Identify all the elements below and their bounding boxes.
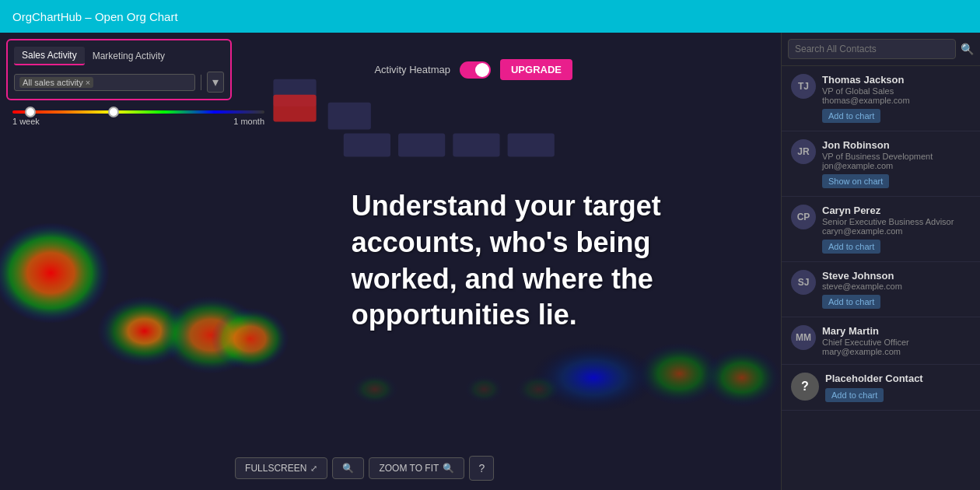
svg-point-12 [636,343,722,405]
zoom-to-fit-button[interactable]: ZOOM TO FIT 🔍 [369,457,464,479]
fullscreen-icon: ⤢ [310,464,317,474]
show-on-chart-button[interactable]: Show on chart [822,174,889,188]
filter-divider [201,75,201,90]
add-to-chart-button[interactable]: Add to chart [825,388,884,402]
list-item: ? Placeholder Contact Add to chart [782,365,980,411]
contact-email: thomas@example.com [822,96,971,105]
svg-rect-4 [453,134,499,157]
svg-point-9 [160,296,262,374]
avatar: CP [791,205,816,229]
add-to-chart-button[interactable]: Add to chart [822,240,880,254]
fullscreen-button[interactable]: FULLSCREEN ⤢ [235,457,327,479]
help-icon: ? [478,462,485,474]
list-item: MM Mary Martin Chief Executive Officer m… [782,317,980,365]
search-bar: 🔍 [782,33,980,66]
zoom-icon-btn[interactable]: 🔍 [332,457,364,479]
zoom-to-fit-label: ZOOM TO FIT [379,463,439,474]
filter-dropdown-btn[interactable]: ▾ [207,72,224,93]
contact-email: jon@example.com [822,161,971,170]
chart-area: Sales Activity Marketing Activity All sa… [0,33,781,490]
search-input[interactable] [788,39,956,59]
svg-point-10 [211,308,289,370]
right-controls: Activity Heatmap UPGRADE [374,59,572,80]
svg-point-13 [703,348,781,408]
svg-point-11 [531,343,656,413]
contact-name: Jon Robinson [822,139,971,151]
contact-email: steve@example.com [822,282,971,291]
add-to-chart-button[interactable]: Add to chart [822,295,880,309]
contact-name: Steve Johnson [822,270,971,282]
contact-info: Jon Robinson VP of Business Development … [822,139,971,188]
upgrade-button[interactable]: UPGRADE [500,59,572,80]
contacts-sidebar: 🔍 TJ Thomas Jackson VP of Global Sales t… [781,33,980,490]
slider-track[interactable] [12,110,264,114]
slider-label-left: 1 week [12,117,40,126]
svg-point-15 [464,376,503,404]
filter-tag: All sales activity × [19,77,93,88]
contact-info: Steve Johnson steve@example.com Add to c… [822,270,971,309]
contact-info: Placeholder Contact Add to chart [825,373,971,402]
overlay-message: Understand your target accounts, who's b… [352,188,742,334]
contact-title: VP of Business Development [822,152,971,161]
list-item: TJ Thomas Jackson VP of Global Sales tho… [782,66,980,131]
list-item: SJ Steve Johnson steve@example.com Add t… [782,262,980,317]
avatar: JR [791,139,816,164]
contact-title: Senior Executive Business Advisor [822,217,971,226]
slider-label-right: 1 month [233,117,264,126]
filter-tag-remove[interactable]: × [86,78,90,87]
tab-sales[interactable]: Sales Activity [14,47,85,65]
filter-row: All sales activity × ▾ [14,72,224,93]
list-item: JR Jon Robinson VP of Business Developme… [782,131,980,197]
main-layout: Sales Activity Marketing Activity All sa… [0,33,980,490]
contact-name: Placeholder Contact [825,373,971,384]
svg-point-7 [0,222,110,324]
tabs-row: Sales Activity Marketing Activity [14,47,224,65]
svg-point-8 [98,296,191,366]
add-to-chart-button[interactable]: Add to chart [822,109,880,123]
avatar: ? [791,373,819,401]
zoom-in-icon: 🔍 [342,463,354,474]
contact-email: mary@example.com [822,347,971,356]
contact-info: Mary Martin Chief Executive Officer mary… [822,325,971,356]
fullscreen-label: FULLSCREEN [245,463,306,474]
tab-marketing[interactable]: Marketing Activity [85,47,173,65]
contact-name: Caryn Perez [822,205,971,216]
bottom-controls: FULLSCREEN ⤢ 🔍 ZOOM TO FIT 🔍 ? [235,456,494,481]
avatar: TJ [791,74,816,99]
avatar: MM [791,325,816,350]
filter-tag-text: All sales activity [23,78,83,87]
heatmap-label: Activity Heatmap [374,64,450,75]
svg-point-14 [352,374,398,405]
contact-email: caryn@example.com [822,226,971,236]
contact-name: Thomas Jackson [822,74,971,86]
slider-thumb-right[interactable] [108,107,119,117]
heatmap-toggle[interactable] [460,61,491,79]
filter-select-area[interactable]: All sales activity × [14,74,195,91]
svg-rect-2 [344,134,390,157]
svg-rect-1 [328,103,371,130]
contact-info: Caryn Perez Senior Executive Business Ad… [822,205,971,254]
contact-title: VP of Global Sales [822,86,971,96]
list-item: CP Caryn Perez Senior Executive Business… [782,197,980,262]
help-button[interactable]: ? [469,456,494,481]
tab-panel: Sales Activity Marketing Activity All sa… [6,39,232,100]
search-icon[interactable]: 🔍 [961,43,974,55]
avatar: SJ [791,270,816,295]
slider-labels: 1 week 1 month [6,114,271,126]
svg-point-16 [516,374,562,405]
contact-title: Chief Executive Officer [822,338,971,347]
svg-rect-3 [398,134,445,157]
svg-rect-5 [508,134,555,157]
app-title: OrgChartHub – Open Org Chart [12,10,178,23]
contact-name: Mary Martin [822,325,971,337]
time-slider-container: 1 week 1 month [6,110,271,126]
zoom-out-icon: 🔍 [443,463,454,474]
contact-list: TJ Thomas Jackson VP of Global Sales tho… [782,66,980,490]
contact-info: Thomas Jackson VP of Global Sales thomas… [822,74,971,123]
controls-bar: Sales Activity Marketing Activity All sa… [6,39,579,100]
header-bar: OrgChartHub – Open Org Chart [0,0,980,33]
